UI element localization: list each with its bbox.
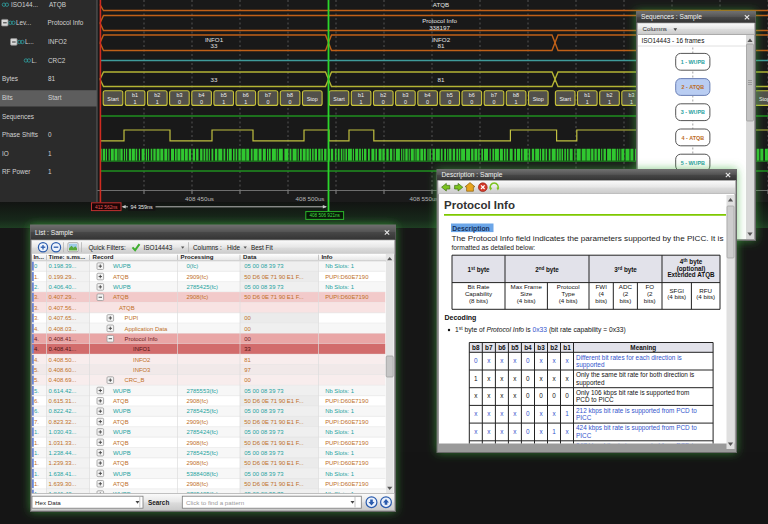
svg-text:50 D6 0E 71 90 E1 F...: 50 D6 0E 71 90 E1 F... [244,440,304,446]
svg-text:212 kbps bit rate is supported: 212 kbps bit rate is supported from PCD … [576,407,697,415]
svg-text:5 - WUPB: 5 - WUPB [681,160,705,166]
svg-text:05 00 08 39 73: 05 00 08 39 73 [244,388,284,394]
svg-text:1: 1 [48,168,52,175]
svg-text:1.638.41...: 1.638.41... [49,471,77,477]
svg-text:424 kbps bit rate is supported: 424 kbps bit rate is supported from PCD … [576,424,697,432]
svg-text:2785425(fc): 2785425(fc) [187,284,218,290]
svg-text:Hide: Hide [227,244,241,251]
svg-text:0: 0 [539,392,543,399]
svg-text:1: 1 [608,99,611,105]
svg-text:PCD to PICC: PCD to PICC [576,396,614,403]
svg-text:(4 bits): (4 bits) [517,297,536,304]
svg-text:00: 00 [244,326,251,332]
svg-text:50 D6 0E 71 90 E1 F...: 50 D6 0E 71 90 E1 F... [244,398,304,404]
svg-text:0(fc): 0(fc) [187,263,199,269]
svg-text:2908(fc): 2908(fc) [187,481,209,487]
svg-text:1: 1 [222,99,225,105]
svg-text:formatted as detailed below:: formatted as detailed below: [452,244,536,251]
svg-text:ATQB: ATQB [49,1,66,9]
svg-text:Stop: Stop [759,96,768,102]
svg-text:2785425(fc): 2785425(fc) [187,408,218,414]
svg-text:Search: Search [148,499,169,506]
svg-text:2785425(fc): 2785425(fc) [187,450,218,456]
svg-text:bits): bits) [595,297,607,304]
svg-text:0: 0 [526,375,530,382]
svg-text:0.407.65...: 0.407.65... [49,315,77,321]
svg-text:50 D6 0E 71 90 E1 F...: 50 D6 0E 71 90 E1 F... [244,419,304,425]
svg-text:b5: b5 [511,344,519,351]
svg-text:b1: b1 [563,344,571,351]
svg-text:1.: 1. [34,460,39,466]
svg-text:408 450us: 408 450us [185,195,214,202]
svg-text:0: 0 [470,99,473,105]
svg-text:3.: 3. [34,315,39,321]
svg-text:b3: b3 [629,92,635,98]
svg-text:81: 81 [438,76,445,83]
svg-text:1: 1 [552,428,556,435]
svg-text:b7: b7 [485,344,493,351]
svg-text:b4: b4 [199,92,205,98]
svg-text:Description : Sample: Description : Sample [442,171,503,179]
svg-text:Protocol Info: Protocol Info [125,336,159,342]
svg-text:WUPB: WUPB [113,388,131,394]
svg-text:b2: b2 [154,92,160,98]
svg-text:ISO14443: ISO14443 [144,244,173,251]
svg-text:05 00 08 39 73: 05 00 08 39 73 [244,263,284,269]
svg-text:1.239.33...: 1.239.33... [49,460,77,466]
svg-text:2908(fc): 2908(fc) [187,460,209,466]
svg-text:Data: Data [243,253,257,260]
svg-text:0.408.03...: 0.408.03... [49,326,77,332]
svg-text:INFO1: INFO1 [133,346,150,352]
svg-text:(4 bits): (4 bits) [667,293,686,300]
svg-text:Nb Slots: 1: Nb Slots: 1 [325,429,354,435]
svg-text:5.: 5. [34,367,39,373]
svg-text:b1: b1 [132,92,138,98]
svg-text:Nb Slots: 1: Nb Slots: 1 [325,263,354,269]
svg-text:b2: b2 [380,92,386,98]
svg-text:0: 0 [426,99,429,105]
svg-text:50 D6 0E 71 90 E1 F...: 50 D6 0E 71 90 E1 F... [244,460,304,466]
svg-text:WUPB: WUPB [113,263,131,269]
svg-text:5.: 5. [34,388,39,394]
svg-text:00: 00 [244,315,251,321]
svg-text:0: 0 [289,99,292,105]
svg-text:1.: 1. [34,274,39,280]
svg-text:b1: b1 [358,92,364,98]
svg-text:0: 0 [493,99,496,105]
svg-text:Start: Start [107,96,119,102]
svg-text:WUPB: WUPB [113,408,131,414]
svg-text:Bytes: Bytes [2,75,18,83]
svg-text:408 500us: 408 500us [296,195,325,202]
svg-text:PUPI:D60E7190: PUPI:D60E7190 [325,398,369,404]
svg-text:ATQB: ATQB [113,460,129,466]
svg-text:94 359ns: 94 359ns [131,204,153,210]
svg-text:b2: b2 [550,344,558,351]
svg-text:b5: b5 [221,92,227,98]
svg-text:In...: In... [33,253,44,260]
svg-text:PICC: PICC [576,414,592,421]
svg-text:50 D6 0E 71 90 E1 F...: 50 D6 0E 71 90 E1 F... [244,274,304,280]
svg-text:Protocol Info: Protocol Info [444,199,515,211]
svg-text:CRC_B: CRC_B [125,377,145,383]
svg-text:Description: Description [452,225,489,233]
svg-text:Columns: Columns [643,25,667,32]
svg-text:ATQB: ATQB [113,481,129,487]
svg-text:b7: b7 [491,92,497,98]
svg-text:1st byte of Protocol Info is 0: 1st byte of Protocol Info is 0x33 (bit r… [455,325,626,334]
svg-text:1.031.33...: 1.031.33... [49,440,77,446]
svg-text:05 00 08 39 73: 05 00 08 39 73 [244,471,284,477]
svg-text:b2: b2 [607,92,613,98]
svg-text:WUPB: WUPB [113,471,131,477]
svg-text:b8: b8 [472,344,480,351]
svg-text:3.: 3. [34,294,39,300]
svg-text:50 D6 0E 71 90 E1 F...: 50 D6 0E 71 90 E1 F... [244,294,304,300]
svg-text:Info: Info [321,253,332,260]
svg-text:WUPB: WUPB [113,284,131,290]
svg-text:0.614.42...: 0.614.42... [49,388,77,394]
svg-text:1st byte: 1st byte [467,266,490,274]
svg-text:412 562ns: 412 562ns [95,205,118,210]
svg-text:ATQB: ATQB [119,305,135,311]
svg-text:Bits: Bits [2,94,13,101]
svg-text:0.406.40...: 0.406.40... [49,284,77,290]
svg-text:81: 81 [48,75,56,82]
